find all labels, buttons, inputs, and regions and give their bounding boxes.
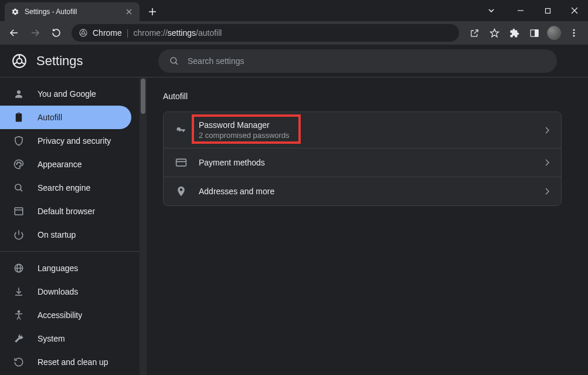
row-title: Payment methods	[199, 158, 533, 167]
omnibox-url: chrome://settings/autofill	[133, 28, 222, 38]
autofill-card: Password Manager 2 compromised passwords…	[163, 112, 562, 206]
chevron-down-icon[interactable]	[478, 2, 505, 19]
sidebar-item-appearance[interactable]: Appearance	[0, 153, 131, 176]
sidebar-item-autofill[interactable]: Autofill	[0, 106, 131, 129]
svg-line-13	[80, 33, 82, 35]
maximize-button[interactable]	[534, 2, 561, 19]
svg-rect-18	[535, 29, 538, 36]
reload-button[interactable]	[47, 23, 66, 42]
settings-sidebar: You and Google Autofill Privacy and secu…	[0, 77, 140, 375]
palette-icon	[13, 158, 25, 170]
svg-point-44	[18, 311, 20, 313]
browser-tab[interactable]: Settings - Autofill	[5, 2, 140, 21]
svg-point-30	[16, 164, 18, 165]
extensions-icon[interactable]	[505, 23, 524, 42]
sidebar-item-reset[interactable]: Reset and clean up	[0, 350, 131, 374]
svg-line-28	[175, 62, 178, 65]
row-title: Addresses and more	[199, 187, 533, 196]
svg-rect-51	[176, 159, 186, 166]
bookmark-icon[interactable]	[485, 23, 504, 42]
settings-title: Settings	[36, 53, 83, 69]
row-subtitle: 2 compromised passwords	[199, 131, 533, 140]
search-settings-box[interactable]	[158, 49, 557, 73]
profile-avatar[interactable]	[545, 23, 563, 42]
back-button[interactable]	[5, 23, 23, 42]
svg-line-35	[20, 189, 22, 191]
scrollbar-thumb[interactable]	[141, 79, 145, 114]
settings-header: Settings	[0, 45, 588, 77]
svg-point-31	[18, 162, 19, 163]
svg-point-23	[17, 58, 22, 63]
new-tab-button[interactable]	[144, 4, 161, 20]
sidebar-item-label: Default browser	[38, 207, 95, 216]
svg-line-47	[17, 316, 19, 319]
svg-line-48	[19, 316, 21, 319]
section-title: Autofill	[163, 92, 572, 101]
svg-marker-53	[546, 159, 549, 166]
download-icon	[13, 286, 25, 298]
omnibox-separator: |	[127, 28, 129, 38]
row-password-manager[interactable]: Password Manager 2 compromised passwords	[164, 112, 561, 148]
svg-point-34	[15, 184, 21, 190]
menu-icon[interactable]	[565, 23, 583, 42]
side-panel-icon[interactable]	[525, 23, 543, 42]
svg-point-49	[178, 130, 179, 131]
sidebar-item-label: Appearance	[38, 160, 82, 169]
sidebar-item-privacy[interactable]: Privacy and security	[0, 129, 131, 153]
sidebar-item-label: On startup	[38, 230, 76, 239]
sidebar-item-on-startup[interactable]: On startup	[0, 223, 131, 246]
share-icon[interactable]	[465, 23, 484, 42]
sidebar-item-downloads[interactable]: Downloads	[0, 280, 131, 303]
address-bar[interactable]: Chrome | chrome://settings/autofill	[72, 24, 459, 42]
window-titlebar: Settings - Autofill	[0, 0, 588, 21]
chevron-right-icon	[545, 159, 549, 166]
svg-marker-15	[490, 29, 498, 36]
sidebar-item-search-engine[interactable]: Search engine	[0, 176, 131, 200]
sidebar-item-label: System	[38, 334, 65, 343]
svg-point-20	[573, 32, 575, 33]
sidebar-item-default-browser[interactable]: Default browser	[0, 200, 131, 223]
row-payment-methods[interactable]: Payment methods	[164, 148, 561, 177]
forward-button[interactable]	[26, 23, 45, 42]
svg-line-26	[22, 62, 25, 64]
chrome-logo-icon	[12, 53, 27, 69]
close-window-button[interactable]	[561, 2, 588, 19]
key-icon	[175, 124, 187, 136]
svg-rect-5	[545, 8, 550, 13]
sidebar-divider	[0, 251, 140, 252]
minimize-button[interactable]	[507, 2, 534, 19]
shield-icon	[13, 135, 25, 147]
svg-point-33	[21, 164, 22, 165]
row-title: Password Manager	[199, 120, 533, 130]
browser-toolbar: Chrome | chrome://settings/autofill	[0, 21, 588, 45]
svg-marker-54	[546, 188, 549, 195]
search-input[interactable]	[188, 56, 546, 66]
sidebar-item-system[interactable]: System	[0, 327, 131, 350]
settings-main: Autofill Password Manager 2 compromised …	[147, 77, 588, 375]
power-icon	[13, 229, 25, 241]
sidebar-item-accessibility[interactable]: Accessibility	[0, 303, 131, 327]
svg-line-14	[84, 33, 86, 35]
sidebar-item-label: Reset and clean up	[38, 357, 108, 367]
svg-point-19	[573, 29, 575, 31]
sidebar-item-you-and-google[interactable]: You and Google	[0, 82, 131, 106]
card-icon	[175, 157, 187, 168]
browser-icon	[13, 205, 25, 217]
sidebar-item-label: Accessibility	[38, 310, 82, 320]
wrench-icon	[13, 333, 25, 344]
location-icon	[175, 185, 187, 197]
svg-point-27	[171, 58, 176, 63]
sidebar-item-label: Autofill	[38, 113, 62, 122]
restore-icon	[13, 356, 25, 368]
sidebar-item-languages[interactable]: Languages	[0, 256, 131, 280]
omnibox-chrome-label: Chrome	[93, 28, 122, 38]
row-addresses[interactable]: Addresses and more	[164, 177, 561, 205]
sidebar-item-label: Search engine	[38, 183, 90, 192]
svg-point-11	[82, 32, 85, 35]
svg-rect-36	[15, 208, 23, 215]
sidebar-scrollbar[interactable]	[140, 77, 147, 375]
svg-line-25	[14, 62, 17, 64]
close-icon[interactable]	[124, 7, 134, 16]
person-icon	[13, 88, 25, 100]
accessibility-icon	[13, 309, 25, 321]
